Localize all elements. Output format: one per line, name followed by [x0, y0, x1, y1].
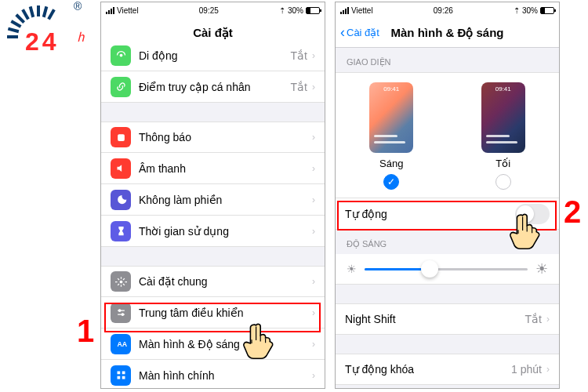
svg-rect-1: [118, 134, 125, 141]
logo-h: h: [77, 30, 85, 45]
cell-sounds[interactable]: Âm thanh›: [101, 153, 325, 184]
cell-night-shift[interactable]: Night Shift Tắt ›: [336, 303, 559, 335]
cell-display-brightness[interactable]: AAMàn hình & Độ sáng›: [101, 328, 325, 360]
marker-2: 2: [564, 194, 581, 230]
svg-point-3: [118, 310, 121, 312]
cell-auto-lock[interactable]: Tự động khóa 1 phút ›: [336, 354, 559, 385]
cell-hotspot[interactable]: Điểm truy cập cá nhânTắt›: [101, 71, 325, 103]
chevron-right-icon: ›: [312, 50, 315, 61]
light-thumbnail: 09:41: [369, 82, 413, 153]
grid-icon: [111, 365, 131, 386]
radio-unselected[interactable]: [495, 174, 511, 190]
dark-thumbnail: 09:41: [481, 82, 525, 153]
hourglass-icon: [111, 221, 131, 241]
status-time: 09:26: [434, 6, 453, 15]
chevron-right-icon: ›: [312, 194, 315, 205]
chevron-left-icon: ‹: [340, 24, 345, 41]
moon-icon: [111, 190, 131, 210]
cell-control-center[interactable]: Trung tâm điều khiển›: [101, 297, 325, 328]
sun-small-icon: ☀: [347, 263, 357, 275]
chevron-right-icon: ›: [546, 314, 550, 325]
svg-point-2: [119, 280, 122, 283]
status-bar: Viettel 09:26 ⇡30%: [336, 2, 559, 18]
bell-icon: [111, 127, 131, 147]
logo-24h: ® 24 h: [3, 2, 97, 72]
chevron-right-icon: ›: [312, 226, 315, 237]
chevron-right-icon: ›: [546, 364, 550, 375]
svg-rect-7: [122, 372, 125, 375]
phone-display-settings: Viettel 09:26 ⇡30% ‹Cài đặt Màn hình & Đ…: [335, 2, 560, 389]
radio-selected[interactable]: [383, 174, 399, 190]
sliders-icon: [111, 303, 131, 323]
chevron-right-icon: ›: [312, 339, 315, 350]
appearance-dark[interactable]: 09:41 Tối: [481, 82, 525, 190]
navbar: ‹Cài đặt Màn hình & Độ sáng: [336, 18, 559, 48]
cell-general[interactable]: Cài đặt chung›: [101, 266, 325, 297]
cell-screentime[interactable]: Thời gian sử dụng›: [101, 216, 325, 247]
page-title: Màn hình & Độ sáng: [391, 26, 504, 40]
cell-home-screen[interactable]: Màn hình chính›: [101, 360, 325, 389]
svg-point-4: [122, 314, 124, 316]
phone-settings: Viettel 09:25 ⇡30% Cài đặt Di độngTắt› Đ…: [100, 2, 325, 389]
chevron-right-icon: ›: [312, 132, 315, 143]
section-brightness: Độ sáng: [336, 230, 559, 254]
cell-cellular[interactable]: Di độngTắt›: [101, 40, 325, 71]
chevron-right-icon: ›: [312, 370, 315, 381]
chevron-right-icon: ›: [312, 307, 315, 318]
cell-dnd[interactable]: Không làm phiền›: [101, 184, 325, 216]
cell-auto-appearance[interactable]: Tự động: [336, 198, 559, 230]
status-time: 09:25: [199, 6, 219, 15]
svg-rect-8: [117, 376, 120, 379]
appearance-picker: 09:41 Sáng 09:41 Tối: [336, 72, 559, 198]
toggle-off[interactable]: [515, 204, 550, 224]
page-title: Cài đặt: [193, 26, 233, 40]
link-icon: [111, 77, 131, 97]
gear-icon: [111, 271, 131, 292]
svg-point-0: [119, 54, 122, 57]
chevron-right-icon: ›: [312, 276, 315, 287]
logo-24: 24: [25, 27, 60, 56]
speaker-icon: [111, 158, 131, 179]
section-appearance: Giao diện: [336, 48, 559, 72]
chevron-right-icon: ›: [312, 163, 315, 174]
text-size-icon: AA: [111, 334, 131, 354]
brightness-slider[interactable]: ☀ ☀: [336, 254, 559, 285]
marker-1: 1: [77, 314, 94, 349]
svg-rect-9: [122, 376, 125, 379]
chevron-right-icon: ›: [312, 82, 315, 93]
appearance-light[interactable]: 09:41 Sáng: [369, 82, 413, 190]
svg-rect-6: [117, 372, 120, 375]
cell-notifications[interactable]: Thông báo›: [101, 122, 325, 153]
sun-large-icon: ☀: [535, 260, 548, 278]
status-bar: Viettel 09:25 ⇡30%: [101, 2, 325, 18]
svg-text:AA: AA: [117, 340, 127, 348]
back-button[interactable]: ‹Cài đặt: [340, 24, 379, 41]
antenna-icon: [111, 45, 131, 66]
